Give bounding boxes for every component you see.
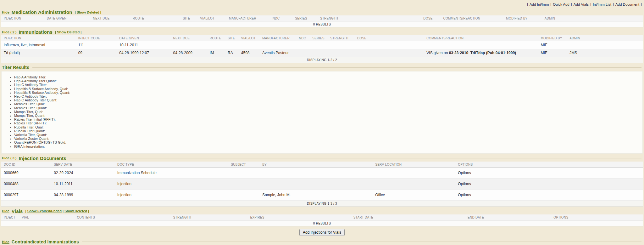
column-header-comments-reaction[interactable]: COMMENTS/REACTION bbox=[425, 35, 539, 41]
column-header-modified-by[interactable]: MODIFIED BY bbox=[504, 15, 542, 21]
column-header-site[interactable]: SITE bbox=[181, 15, 198, 21]
column-header-serv-date[interactable]: SERV DATE bbox=[52, 162, 115, 168]
table-cell bbox=[229, 178, 260, 189]
column-header-manufacturer[interactable]: MANUFACTURER bbox=[260, 35, 297, 41]
table-cell: 4598 bbox=[239, 49, 260, 57]
options-link[interactable]: Options bbox=[458, 182, 471, 186]
immunizations-paging-status: DISPLAYING 1-2 / 2 bbox=[1, 57, 643, 63]
vials-section-header: Hide Vials |Show Expired/Ended|Show Dele… bbox=[0, 208, 644, 214]
column-header-start-date[interactable]: START DATE bbox=[352, 214, 466, 220]
column-header-serv-location[interactable]: SERV LOCATION bbox=[373, 162, 456, 168]
column-header-doc-id[interactable]: DOC ID bbox=[1, 162, 52, 168]
documents-hide-link[interactable]: Hide ( 3 ) bbox=[2, 156, 16, 160]
table-cell: 04-28-1999 12:07 bbox=[117, 49, 171, 57]
contraindicated-section-header: Hide Contraindicated Immunizations bbox=[0, 239, 644, 245]
column-header-doc-type[interactable]: DOC TYPE bbox=[115, 162, 229, 168]
medication-show-deleted-link[interactable]: Show Deleted bbox=[77, 10, 99, 14]
column-header-date-given[interactable]: DATE GIVEN bbox=[45, 15, 91, 21]
topbar-link-add-inj-imm[interactable]: Add Inj/Imm bbox=[530, 3, 549, 6]
table-header-row: INJECTVIALCONTENTSSTRENGTHEXPIRESSTART D… bbox=[1, 214, 643, 220]
pipe-separator: | bbox=[63, 209, 64, 213]
column-header-dose[interactable]: DOSE bbox=[421, 15, 441, 21]
topbar-link-add-document[interactable]: Add Document bbox=[615, 3, 639, 6]
column-header-vial[interactable]: VIAL bbox=[20, 214, 75, 220]
immunizations-hide-link[interactable]: Hide ( 2 ) bbox=[2, 30, 16, 34]
pipe-separator: | bbox=[613, 3, 614, 6]
documents-paging-status: DISPLAYING 1-3 / 3 bbox=[1, 201, 643, 207]
column-header-site[interactable]: SITE bbox=[226, 35, 239, 41]
titer-item: Mumps Titer, Quant: bbox=[14, 114, 642, 117]
column-header-route[interactable]: ROUTE bbox=[131, 15, 181, 21]
medication-hide-link[interactable]: Hide bbox=[2, 10, 9, 14]
column-header-next-due[interactable]: NEXT DUE bbox=[91, 15, 131, 21]
injection-documents-table: DOC IDSERV DATEDOC TYPESUBJECTBYSERV LOC… bbox=[1, 162, 643, 201]
column-header-strength[interactable]: STRENGTH bbox=[171, 214, 248, 220]
column-header-route[interactable]: ROUTE bbox=[208, 35, 226, 41]
immunizations-show-deleted-link[interactable]: Show Deleted bbox=[57, 30, 80, 34]
table-cell bbox=[373, 178, 456, 189]
titer-item: Measles Titer, Qual: bbox=[14, 102, 642, 106]
titer-item: Hep C Antibody Titer: bbox=[14, 83, 642, 87]
column-header-expires[interactable]: EXPIRES bbox=[248, 214, 351, 220]
column-header-strength[interactable]: STRENGTH bbox=[328, 35, 355, 41]
topbar-link-add-vials[interactable]: Add Vials bbox=[574, 3, 589, 6]
pipe-separator: | bbox=[88, 209, 89, 213]
pipe-separator: | bbox=[527, 3, 528, 6]
column-header-series[interactable]: SERIES bbox=[293, 15, 318, 21]
column-header-ndc[interactable]: NDC bbox=[271, 15, 293, 21]
column-header-by[interactable]: BY bbox=[260, 162, 373, 168]
column-header-end-date[interactable]: END DATE bbox=[466, 214, 552, 220]
table-cell: 04-28-2009 bbox=[171, 49, 208, 57]
column-header-comments-reaction[interactable]: COMMENTS/REACTION bbox=[441, 15, 504, 21]
titer-item: QuantiFERON (QFTBG) TB Gold: bbox=[14, 140, 642, 144]
table-cell bbox=[260, 167, 373, 178]
topbar-link-quick-add[interactable]: Quick Add bbox=[553, 3, 569, 6]
table-row: influenza, live, intranasal11110-11-2011… bbox=[1, 41, 643, 49]
column-header-inject-code[interactable]: INJECT CODE bbox=[76, 35, 118, 41]
options-link[interactable]: Options bbox=[458, 171, 471, 175]
vials-hide-link[interactable]: Hide bbox=[2, 209, 9, 213]
pipe-separator: | bbox=[25, 209, 26, 213]
topbar-action-links: |Add Inj/Imm|Quick Add|Add Vials|Inj/Imm… bbox=[0, 0, 644, 8]
column-header-manufacturer[interactable]: MANUFACTURER bbox=[227, 15, 271, 21]
table-row: Td (adult)0904-28-1999 12:0704-28-2009IM… bbox=[1, 49, 643, 57]
table-header-row: DOC IDSERV DATEDOC TYPESUBJECTBYSERV LOC… bbox=[1, 162, 643, 168]
titer-item: Varicella Zoster Quant: bbox=[14, 137, 642, 140]
column-header-strength[interactable]: STRENGTH bbox=[318, 15, 421, 21]
table-cell: MIE bbox=[539, 41, 568, 49]
column-header-series[interactable]: SERIES bbox=[310, 35, 328, 41]
pipe-separator: | bbox=[641, 3, 642, 6]
titer-item: Rubella Titer Quant: bbox=[14, 129, 642, 133]
column-header-modified-by[interactable]: MODIFIED BY bbox=[539, 35, 568, 41]
column-header-date-given[interactable]: DATE GIVEN bbox=[117, 35, 171, 41]
column-header-dose[interactable]: DOSE bbox=[355, 35, 425, 41]
contraindicated-hide-link[interactable]: Hide bbox=[2, 240, 9, 244]
column-header-subject[interactable]: SUBJECT bbox=[229, 162, 260, 168]
medication-section-title: Medication Administration bbox=[12, 9, 72, 15]
column-header-admin[interactable]: ADMIN bbox=[568, 35, 643, 41]
column-header-admin[interactable]: ADMIN bbox=[543, 15, 643, 21]
titer-item: Hepatitis B Surface Antibody, Qual: bbox=[14, 87, 642, 91]
column-header-ndc[interactable]: NDC bbox=[297, 35, 310, 41]
vials-show-deleted-link[interactable]: Show Deleted bbox=[64, 209, 87, 213]
column-header-injection[interactable]: INJECTION bbox=[1, 35, 76, 41]
table-cell: Injection bbox=[115, 189, 229, 200]
column-header-contents[interactable]: CONTENTS bbox=[75, 214, 171, 220]
topbar-link-inj-imm-list[interactable]: Inj/Imm List bbox=[593, 3, 611, 6]
add-injections-for-vials-button[interactable]: Add Injections for Vials bbox=[299, 229, 345, 236]
table-cell bbox=[297, 49, 310, 57]
immunizations-table: INJECTIONINJECT CODEDATE GIVENNEXT DUERO… bbox=[1, 35, 643, 57]
vials-show-expired-link[interactable]: Show Expired/Ended bbox=[27, 209, 62, 213]
column-header-vial-lot[interactable]: VIAL/LOT bbox=[198, 15, 227, 21]
column-header-next-due[interactable]: NEXT DUE bbox=[171, 35, 208, 41]
options-link[interactable]: Options bbox=[458, 193, 471, 197]
pipe-separator: | bbox=[571, 3, 572, 6]
table-cell: 09 bbox=[76, 49, 118, 57]
column-header-vial-lot[interactable]: VIAL/LOT bbox=[239, 35, 260, 41]
contraindicated-section-title: Contraindicated Immunizations bbox=[12, 239, 79, 244]
vials-results-count: 0 RESULTS bbox=[1, 220, 643, 226]
table-cell bbox=[208, 41, 226, 49]
table-cell bbox=[310, 49, 328, 57]
titer-item: Hep C Antibody Titer: bbox=[14, 94, 642, 98]
column-header-injection[interactable]: INJECTION bbox=[1, 15, 45, 21]
